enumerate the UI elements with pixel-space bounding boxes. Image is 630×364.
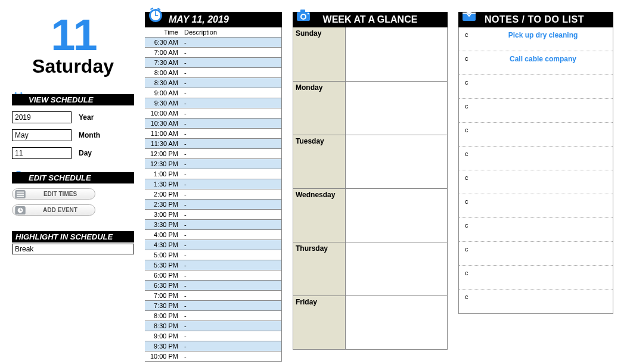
schedule-row[interactable]: 9:30 AM- [145,98,281,108]
schedule-desc: - [182,88,281,98]
todo-row[interactable]: c [459,290,613,313]
todo-checkbox[interactable]: c [465,269,477,276]
week-row[interactable]: Wednesday [293,188,447,242]
year-input[interactable] [12,111,72,123]
schedule-time: 1:00 PM [145,169,182,179]
week-row[interactable]: Monday [293,81,447,135]
schedule-row[interactable]: 6:30 PM- [145,281,281,291]
todo-row[interactable]: cPick up dry cleaning [459,27,613,51]
todo-checkbox[interactable]: c [465,31,477,38]
todo-checkbox[interactable]: c [465,198,477,205]
schedule-desc: - [182,301,281,311]
highlight-label: HIGHLIGHT IN SCHEDULE [12,231,134,242]
schedule-row[interactable]: 9:00 PM- [145,331,281,341]
todo-row[interactable]: c [459,170,613,194]
schedule-row[interactable]: 12:00 PM- [145,149,281,159]
schedule-row[interactable]: 3:00 PM- [145,210,281,220]
schedule-table: Time Description 6:30 AM-7:00 AM-7:30 AM… [145,27,281,362]
todo-row[interactable]: c [459,123,613,147]
schedule-time: 6:00 PM [145,270,182,281]
week-day-content[interactable] [346,189,447,242]
schedule-row[interactable]: 8:00 AM- [145,68,281,78]
todo-row[interactable]: c [459,147,613,170]
schedule-row[interactable]: 8:30 AM- [145,78,281,88]
schedule-row[interactable]: 7:30 AM- [145,58,281,68]
todo-checkbox[interactable]: c [465,102,477,110]
edit-schedule-label: EDIT SCHEDULE [12,172,134,183]
schedule-time: 7:00 AM [145,48,182,58]
schedule-row[interactable]: 2:30 PM- [145,200,281,210]
highlight-value[interactable]: Break [12,244,134,254]
month-input[interactable] [12,129,72,141]
week-day-content[interactable] [346,242,447,295]
schedule-row[interactable]: 1:30 PM- [145,179,281,189]
schedule-row[interactable]: 9:30 PM- [145,341,281,351]
day-input[interactable] [12,147,72,159]
todo-row[interactable]: c [459,75,613,99]
edit-times-button[interactable]: EDIT TIMES [12,188,95,200]
schedule-row[interactable]: 6:00 PM- [145,270,281,281]
todo-checkbox[interactable]: c [465,150,477,157]
week-day-content[interactable] [346,296,447,349]
schedule-desc: - [182,240,281,250]
schedule-row[interactable]: 10:00 AM- [145,108,281,119]
schedule-time: 8:30 PM [145,321,182,331]
schedule-time: 11:30 AM [145,139,182,149]
schedule-desc: - [182,200,281,210]
schedule-row[interactable]: 11:00 AM- [145,129,281,139]
week-row[interactable]: Thursday [293,242,447,295]
todo-row[interactable]: cCall cable company [459,51,613,75]
todo-row[interactable]: c [459,218,613,242]
schedule-row[interactable]: 10:30 AM- [145,119,281,129]
schedule-desc: - [182,68,281,78]
schedule-row[interactable]: 7:00 PM- [145,291,281,301]
schedule-desc: - [182,250,281,260]
week-row[interactable]: Sunday [293,27,447,81]
schedule-row[interactable]: 7:00 AM- [145,48,281,58]
todo-row[interactable]: c [459,99,613,123]
schedule-row[interactable]: 2:00 PM- [145,189,281,200]
schedule-row[interactable]: 11:30 AM- [145,139,281,149]
todo-row[interactable]: c [459,194,613,218]
schedule-time: 9:00 PM [145,331,182,341]
todo-row[interactable]: c [459,266,613,290]
week-row[interactable]: Friday [293,295,447,349]
week-row[interactable]: Tuesday [293,135,447,188]
schedule-row[interactable]: 1:00 PM- [145,169,281,179]
schedule-row[interactable]: 4:30 PM- [145,240,281,250]
todo-checkbox[interactable]: c [465,245,477,253]
week-day-content[interactable] [346,135,447,188]
todo-checkbox[interactable]: c [465,174,477,181]
schedule-row[interactable]: 5:30 PM- [145,260,281,270]
week-header: WEEK AT A GLANCE [293,12,448,27]
todo-checkbox[interactable]: c [465,126,477,133]
list-icon [15,190,26,198]
schedule-row[interactable]: 3:30 PM- [145,220,281,230]
add-event-button[interactable]: ADD EVENT [12,204,95,216]
week-day-label: Sunday [293,27,346,81]
schedule-time: 2:30 PM [145,200,182,210]
schedule-desc: - [182,331,281,341]
schedule-row[interactable]: 9:00 AM- [145,88,281,98]
view-schedule-label: VIEW SCHEDULE [12,94,134,105]
schedule-time: 10:00 AM [145,108,182,119]
schedule-row[interactable]: 10:00 PM- [145,351,281,362]
schedule-desc: - [182,108,281,119]
schedule-row[interactable]: 8:00 PM- [145,311,281,321]
schedule-time: 7:30 PM [145,301,182,311]
schedule-row[interactable]: 12:30 PM- [145,159,281,169]
schedule-row[interactable]: 4:00 PM- [145,230,281,240]
schedule-time: 8:30 AM [145,78,182,88]
todo-checkbox[interactable]: c [465,55,477,62]
schedule-row[interactable]: 7:30 PM- [145,301,281,311]
schedule-time: 9:30 PM [145,341,182,351]
schedule-row[interactable]: 6:30 AM- [145,38,281,48]
todo-checkbox[interactable]: c [465,222,477,229]
schedule-row[interactable]: 5:00 PM- [145,250,281,260]
todo-checkbox[interactable]: c [465,79,477,86]
todo-checkbox[interactable]: c [465,293,477,300]
week-day-content[interactable] [346,82,447,135]
todo-row[interactable]: c [459,242,613,266]
week-day-content[interactable] [346,27,447,81]
schedule-row[interactable]: 8:30 PM- [145,321,281,331]
